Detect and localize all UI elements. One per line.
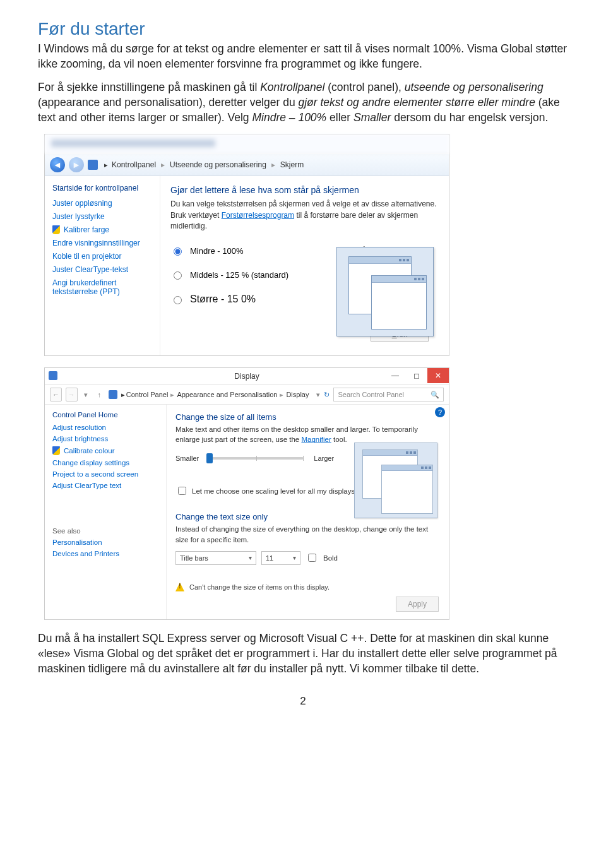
- sidebar-item[interactable]: Adjust resolution: [52, 424, 160, 431]
- per-display-checkbox[interactable]: [178, 487, 186, 495]
- sidebar-item[interactable]: Koble til en projektor: [52, 252, 153, 261]
- up-button[interactable]: ↑: [94, 388, 105, 401]
- magnifier-link[interactable]: Magnifier: [301, 436, 331, 443]
- p2-f: dersom du har engelsk versjon.: [391, 111, 548, 124]
- back-button[interactable]: ◄: [50, 157, 65, 172]
- doc-para-1: I Windows må du sørge for at tekst og an…: [38, 42, 568, 71]
- sidebar-item[interactable]: Adjust brightness: [52, 435, 160, 443]
- forward-button[interactable]: ►: [69, 157, 84, 172]
- warning-text: Can't change the size of items on this d…: [189, 583, 330, 591]
- main-panel: Gjør det lettere å lese hva som står på …: [160, 176, 449, 355]
- window-titlebar: Display ― ◻ ✕: [45, 368, 449, 385]
- slider-thumb[interactable]: [206, 453, 213, 463]
- panel-title: Gjør det lettere å lese hva som står på …: [170, 185, 440, 195]
- crumb-3[interactable]: Display: [286, 391, 309, 398]
- slider-label-small: Smaller: [175, 455, 199, 462]
- address-bar: ← → ▾ ↑ ▸ Control Panel ▸ Appearance and…: [45, 385, 449, 405]
- scale-slider[interactable]: [209, 457, 304, 460]
- slider-label-large: Larger: [314, 455, 334, 462]
- see-also-item[interactable]: Personalisation: [52, 538, 160, 546]
- blurred-titlebar: [45, 134, 449, 154]
- sidebar-item-label: Angi brukerdefinert tekststørrelse (PPT): [52, 278, 153, 296]
- control-panel-icon: [49, 371, 57, 380]
- back-button[interactable]: ←: [50, 388, 62, 401]
- radio-medium-label: Middels - 125 % (standard): [190, 270, 288, 280]
- sidebar-item[interactable]: Endre visningsinnstillinger: [52, 239, 153, 247]
- sidebar-item[interactable]: Calibrate colour: [52, 446, 160, 455]
- sidebar-item-label: Adjust resolution: [52, 424, 106, 431]
- p2-b: (control panel),: [324, 81, 404, 93]
- sidebar-item-label: Personalisation: [52, 538, 102, 546]
- bold-label: Bold: [323, 554, 338, 562]
- radio-smaller[interactable]: [174, 247, 182, 256]
- sidebar-item[interactable]: Juster ClearType-tekst: [52, 265, 153, 274]
- crumb-2[interactable]: Appearance and Personalisation: [177, 391, 277, 398]
- see-also-label: See also: [52, 527, 160, 535]
- shield-icon: [52, 446, 60, 455]
- bold-checkbox[interactable]: [308, 554, 316, 562]
- sidebar-item[interactable]: Juster lysstyrke: [52, 212, 153, 221]
- minimize-button[interactable]: ―: [384, 368, 406, 383]
- sidebar-item[interactable]: Angi brukerdefinert tekststørrelse (PPT): [52, 278, 153, 296]
- forward-button[interactable]: →: [66, 388, 78, 401]
- desc-a: Make text and other items on the desktop…: [175, 425, 418, 443]
- screenshot-display-en: Display ― ◻ ✕ ← → ▾ ↑ ▸ Control Panel ▸ …: [44, 367, 449, 620]
- sidebar-item[interactable]: Change display settings: [52, 459, 160, 467]
- p2-i3: gjør tekst og andre elementer større ell…: [298, 96, 535, 109]
- address-bar: ◄ ► ▸ Kontrollpanel ▸ Utseende og person…: [45, 154, 449, 176]
- panel-desc: Du kan velge tekststørrelsen på skjermen…: [170, 199, 440, 232]
- help-icon[interactable]: ?: [435, 407, 445, 417]
- sidebar: Control Panel Home Adjust resolution Adj…: [45, 405, 167, 619]
- sidebar-head[interactable]: Startside for kontrollpanel: [52, 184, 153, 193]
- p2-c: (appearance and personalisation), derett…: [38, 96, 298, 109]
- refresh-icon[interactable]: ↻: [324, 391, 330, 399]
- close-button[interactable]: ✕: [427, 368, 449, 383]
- crumb-1[interactable]: Control Panel: [126, 391, 169, 398]
- section-desc-2: Instead of changing the size of everythi…: [175, 524, 440, 544]
- apply-button[interactable]: Apply: [396, 597, 439, 612]
- sidebar-item-label: Juster lysstyrke: [52, 212, 105, 221]
- see-also-item[interactable]: Devices and Printers: [52, 550, 160, 557]
- sidebar-item-label: Change display settings: [52, 459, 129, 467]
- recent-dropdown-icon[interactable]: ▾: [84, 391, 88, 399]
- item-select[interactable]: Title bars: [175, 551, 256, 565]
- section-desc-1: Make text and other items on the desktop…: [175, 424, 440, 444]
- sidebar: Startside for kontrollpanel Juster opplø…: [45, 176, 160, 355]
- sidebar-item[interactable]: Kalibrer farge: [52, 225, 153, 234]
- radio-larger-label: Større - 15 0%: [190, 294, 256, 305]
- page-number: 2: [38, 695, 568, 708]
- crumb-3[interactable]: Skjerm: [280, 160, 304, 169]
- sidebar-item-label: Calibrate colour: [64, 447, 115, 455]
- screenshot-skjerm-no: ◄ ► ▸ Kontrollpanel ▸ Utseende og person…: [44, 134, 449, 356]
- main-panel: ? Change the size of all items Make text…: [167, 405, 449, 619]
- p2-i1: Kontrollpanel: [260, 81, 324, 93]
- sidebar-item-label: Koble til en projektor: [52, 252, 121, 261]
- magnifier-link[interactable]: Forstørrelsesprogram: [222, 211, 294, 220]
- crumb-1[interactable]: Kontrollpanel: [112, 160, 156, 169]
- sidebar-item-label: Endre visningsinnstillinger: [52, 239, 140, 247]
- maximize-button[interactable]: ◻: [406, 368, 427, 383]
- sidebar-item-label: Adjust brightness: [52, 435, 108, 443]
- shield-icon: [52, 225, 60, 234]
- search-input[interactable]: Search Control Panel 🔍: [333, 388, 444, 401]
- doc-para-3: Du må å ha installert SQL Express server…: [38, 631, 568, 676]
- p2-a: For å sjekke innstillingene på maskinen …: [38, 81, 260, 93]
- size-select[interactable]: 11: [261, 551, 300, 565]
- sidebar-head[interactable]: Control Panel Home: [52, 411, 160, 419]
- radio-larger[interactable]: [174, 296, 182, 304]
- sidebar-item[interactable]: Project to a second screen: [52, 470, 160, 478]
- warning-icon: [175, 583, 184, 592]
- search-icon: 🔍: [431, 391, 439, 399]
- search-placeholder: Search Control Panel: [338, 391, 404, 398]
- sidebar-item-label: Juster oppløsning: [52, 199, 112, 208]
- control-panel-icon: [109, 390, 117, 399]
- preview-box: [354, 443, 437, 518]
- p2-e: eller: [326, 111, 354, 124]
- radio-medium[interactable]: [174, 271, 182, 280]
- sidebar-item[interactable]: Adjust ClearType text: [52, 482, 160, 489]
- sidebar-item-label: Kalibrer farge: [64, 225, 109, 234]
- sidebar-item[interactable]: Juster oppløsning: [52, 199, 153, 208]
- p2-i5: Smaller: [354, 111, 391, 124]
- doc-heading: Før du starter: [38, 19, 568, 39]
- crumb-2[interactable]: Utseende og personalisering: [170, 160, 266, 169]
